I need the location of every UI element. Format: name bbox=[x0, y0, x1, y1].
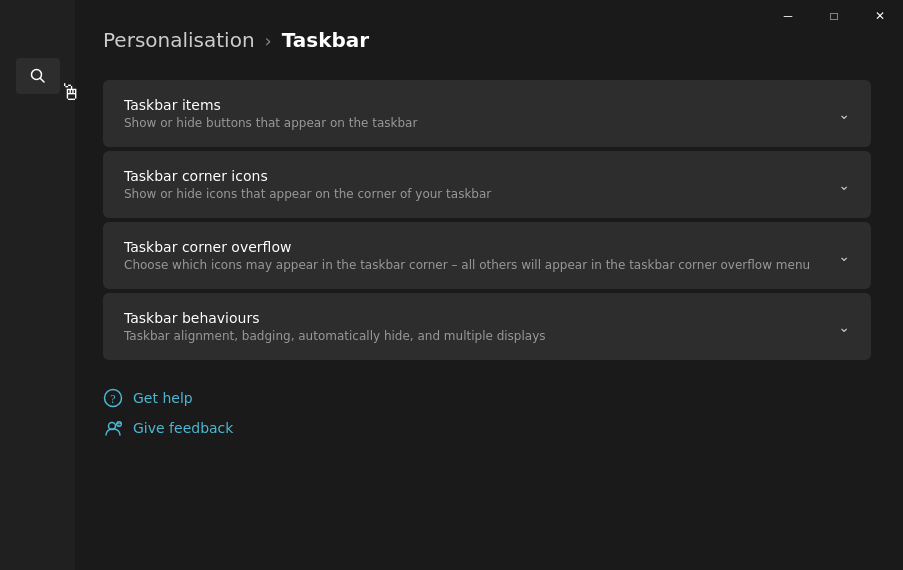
settings-item-desc: Show or hide icons that appear on the co… bbox=[124, 187, 491, 201]
help-icon: ? bbox=[103, 388, 123, 408]
settings-item-text: Taskbar items Show or hide buttons that … bbox=[124, 97, 417, 130]
settings-item-text: Taskbar corner icons Show or hide icons … bbox=[124, 168, 491, 201]
help-section: ? Get help + Give feedback bbox=[103, 388, 871, 438]
search-button[interactable] bbox=[16, 58, 60, 94]
settings-item-title: Taskbar items bbox=[124, 97, 417, 113]
chevron-down-icon: ⌄ bbox=[838, 248, 850, 264]
settings-item-taskbar-corner-overflow[interactable]: Taskbar corner overflow Choose which ico… bbox=[103, 222, 871, 289]
settings-item-title: Taskbar corner icons bbox=[124, 168, 491, 184]
give-feedback-label: Give feedback bbox=[133, 420, 233, 436]
chevron-down-icon: ⌄ bbox=[838, 177, 850, 193]
sidebar bbox=[0, 0, 75, 570]
settings-list: Taskbar items Show or hide buttons that … bbox=[103, 80, 871, 360]
svg-text:?: ? bbox=[110, 392, 115, 406]
settings-item-desc: Choose which icons may appear in the tas… bbox=[124, 258, 810, 272]
give-feedback-link[interactable]: + Give feedback bbox=[103, 418, 871, 438]
settings-item-title: Taskbar behaviours bbox=[124, 310, 546, 326]
settings-item-desc: Taskbar alignment, badging, automaticall… bbox=[124, 329, 546, 343]
feedback-icon: + bbox=[103, 418, 123, 438]
breadcrumb-parent[interactable]: Personalisation bbox=[103, 28, 255, 52]
breadcrumb-current: Taskbar bbox=[282, 28, 369, 52]
svg-line-1 bbox=[40, 79, 44, 83]
get-help-label: Get help bbox=[133, 390, 193, 406]
main-content: Personalisation › Taskbar Taskbar items … bbox=[75, 0, 903, 570]
svg-text:+: + bbox=[117, 420, 122, 429]
settings-item-text: Taskbar behaviours Taskbar alignment, ba… bbox=[124, 310, 546, 343]
settings-item-taskbar-items[interactable]: Taskbar items Show or hide buttons that … bbox=[103, 80, 871, 147]
settings-item-title: Taskbar corner overflow bbox=[124, 239, 810, 255]
chevron-down-icon: ⌄ bbox=[838, 106, 850, 122]
breadcrumb-separator: › bbox=[265, 30, 272, 51]
settings-item-desc: Show or hide buttons that appear on the … bbox=[124, 116, 417, 130]
chevron-down-icon: ⌄ bbox=[838, 319, 850, 335]
search-icon bbox=[30, 68, 46, 84]
settings-item-taskbar-corner-icons[interactable]: Taskbar corner icons Show or hide icons … bbox=[103, 151, 871, 218]
get-help-link[interactable]: ? Get help bbox=[103, 388, 871, 408]
settings-item-text: Taskbar corner overflow Choose which ico… bbox=[124, 239, 810, 272]
breadcrumb: Personalisation › Taskbar bbox=[103, 28, 871, 52]
settings-item-taskbar-behaviours[interactable]: Taskbar behaviours Taskbar alignment, ba… bbox=[103, 293, 871, 360]
